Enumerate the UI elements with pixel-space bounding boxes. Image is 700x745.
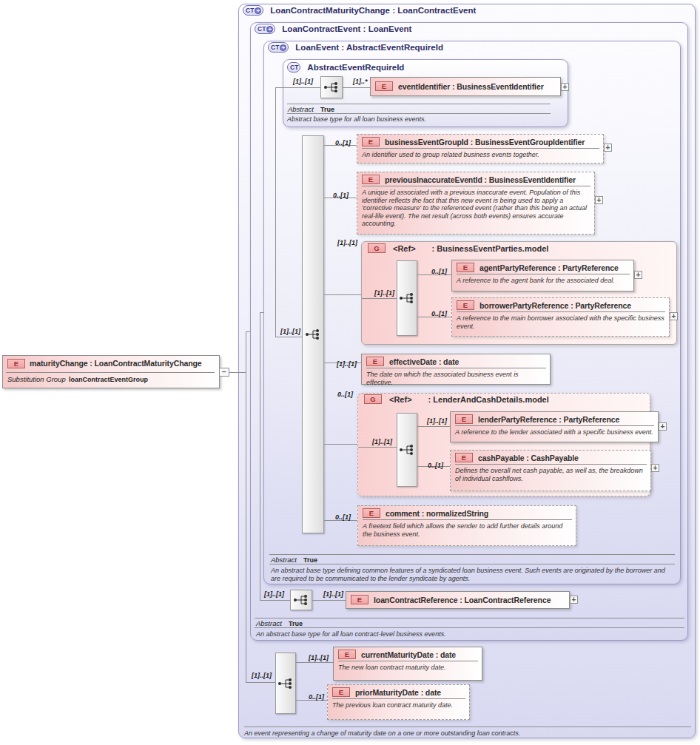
connector-line [275,87,276,337]
header-lender-and-cash-details: G <Ref> : LenderAndCashDetails.model [364,394,549,404]
element-previous-inaccurate-event-id[interactable]: E previousInaccurateEventId : BusinessEv… [357,172,595,235]
sequence-bar-loan-event [302,135,324,533]
connector-line [260,312,263,313]
element-header: E effectiveDate : date [362,354,550,367]
element-title: previousInaccurateEventId : BusinessEven… [385,175,576,184]
element-description: Defines the overall net cash payable, as… [451,466,650,484]
element-description: The previous loan contract maturity date… [328,701,469,711]
cardinality-label: [1]..[1] [372,438,392,445]
element-borrower-party-reference[interactable]: E borrowerPartyReference : PartyReferenc… [451,297,670,337]
divider-line [255,627,684,628]
element-header: E comment : normalizedString [358,506,576,519]
cardinality-label: 0..[1] [431,268,447,275]
element-icon: E [457,263,474,272]
complex-type-icon: CT+ [243,5,263,16]
expand-button[interactable]: + [561,83,569,91]
element-title: loanContractReference : LoanContractRefe… [374,596,551,604]
cardinality-label: [1]..[1] [309,654,329,661]
element-agent-party-reference[interactable]: E agentPartyReference : PartyReference A… [451,260,634,291]
element-effective-date[interactable]: E effectiveDate : date The date on which… [361,354,551,385]
cardinality-label: 0..[1] [335,139,351,146]
expand-button[interactable]: + [595,196,603,204]
expand-button[interactable]: + [670,312,678,320]
element-header: E cashPayable : CashPayable [451,451,650,463]
element-title: borrowerPartyReference : PartyReference [479,301,631,310]
cardinality-label: [1]..* [353,78,368,85]
cardinality-label: [1]..[1] [374,289,394,297]
ct-title: LoanContractMaturityChange : LoanContrac… [270,6,476,15]
element-business-event-group-id[interactable]: E businessEventGroupId : BusinessEventGr… [357,134,604,164]
abstract-label: Abstract [288,105,314,113]
sequence-glyph [293,594,309,606]
element-description: A unique id associated with a previous i… [357,188,594,229]
connector-line [260,312,260,600]
expand-button[interactable]: + [604,144,612,152]
derived-plus-icon: + [280,44,286,51]
element-current-maturity-date[interactable]: E currentMaturityDate : date The new loa… [333,647,482,681]
expand-button[interactable]: + [634,271,642,279]
cardinality-label: 0..[1] [428,462,443,469]
element-icon: E [366,357,384,366]
element-lender-party-reference[interactable]: E lenderPartyReference : PartyReference … [450,411,659,442]
sequence-bar-business-event-parties [397,260,417,336]
group-icon: G [368,243,386,253]
ct-title: LoanEvent : AbstractEventRequireId [295,43,443,52]
expand-button[interactable]: + [570,596,578,604]
element-header: E borrowerPartyReference : PartyReferenc… [452,298,669,311]
connector-line [296,662,333,663]
ct-icon-label: CT [258,25,266,33]
type-description: Abstract base type for all loan business… [287,115,561,124]
cardinality-label: [1]..[1] [293,78,313,85]
divider-line [287,113,551,114]
connector-line [260,600,290,601]
header-loan-contract-maturity-change: CT+ LoanContractMaturityChange : LoanCon… [243,5,476,16]
divider-line [332,698,465,699]
element-description: A reference to the main borrower associa… [452,314,669,331]
element-comment[interactable]: E comment : normalizedString A freetext … [357,505,576,546]
element-header: E loanContractReference : LoanContractRe… [346,592,569,605]
divider-line [362,186,590,186]
abstract-value: True [289,620,303,627]
element-title: lenderPartyReference : PartyReference [478,415,619,424]
connector-line [417,426,450,427]
schema-diagram: CT+ LoanContractMaturityChange : LoanCon… [0,0,700,745]
cardinality-label: [1]..[1] [427,417,447,425]
divider-line [269,554,675,555]
header-business-event-parties: G <Ref> : BusinessEventParties.model [368,243,548,253]
connector-line [246,331,246,682]
divider-line [6,372,215,373]
connector-line [362,298,397,299]
divider-line [455,425,654,426]
element-title: effectiveDate : date [389,357,459,366]
element-title: agentPartyReference : PartyReference [479,263,619,272]
connector-line [246,682,275,683]
group-ref-label: <Ref> [389,395,412,404]
expand-button[interactable]: + [659,422,667,431]
connector-line [275,87,320,88]
sequence-glyph [399,444,415,456]
abstract-label: Abstract [256,619,282,627]
element-event-identifier[interactable]: E eventIdentifier : BusinessEventIdentif… [370,77,561,96]
collapse-button[interactable]: − [219,368,229,377]
ct-title: AbstractEventRequireId [307,63,404,72]
element-description: An identifier used to group related busi… [357,150,603,161]
element-loan-contract-reference[interactable]: E loanContractReference : LoanContractRe… [346,591,570,609]
type-description: An abstract base type defining common fe… [271,567,676,582]
connector-line [343,87,370,88]
ct-icon-label: CT [290,64,298,71]
abstract-value: True [320,106,334,113]
sequence-icon-loan-contract-reference [290,590,312,610]
connector-line [312,600,346,601]
sequence-bar-maturity-change [275,653,296,714]
divider-line [457,311,665,312]
divider-line [269,564,675,564]
element-title: currentMaturityDate : date [361,650,456,659]
expand-button[interactable]: + [651,464,659,472]
group-ref-label: <Ref> [393,244,416,253]
derived-plus-icon: + [255,7,261,14]
element-header: E agentPartyReference : PartyReference [452,260,633,273]
connector-line [275,337,302,337]
element-cash-payable[interactable]: E cashPayable : CashPayable Defines the … [450,450,651,491]
element-prior-maturity-date[interactable]: E priorMaturityDate : date The previous … [327,684,470,720]
element-icon: E [457,300,474,310]
